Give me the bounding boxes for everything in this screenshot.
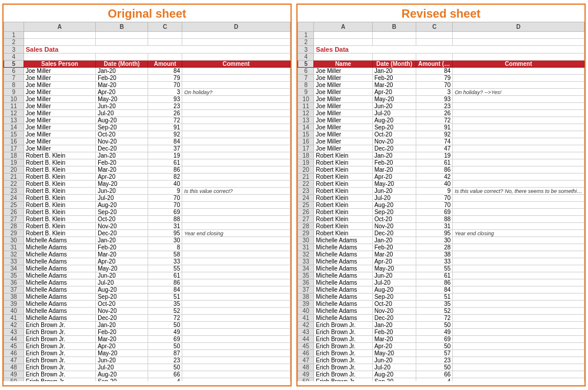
cell-amount: 50: [416, 343, 453, 350]
row-num: 38: [4, 294, 24, 301]
cell-date: Nov-20: [96, 223, 148, 230]
cell-date: Nov-20: [372, 308, 416, 315]
cell-amount: 31: [148, 223, 182, 230]
cell-comment: [182, 202, 290, 209]
cell-date: Jul-20: [96, 279, 148, 286]
cell-date: Jun-20: [96, 103, 148, 110]
row-num: 36: [4, 279, 24, 286]
col-d-header: D: [182, 22, 290, 32]
header-col-d: Comment: [182, 61, 290, 68]
row-num: 12: [298, 110, 314, 117]
cell-amount: 91: [148, 124, 182, 131]
cell-comment: [453, 223, 584, 230]
row-num: 50: [4, 378, 24, 382]
cell-amount: 79: [148, 75, 182, 82]
cell-name: Joe Miller: [314, 96, 372, 103]
cell-name: Erich Brown Jr.: [314, 329, 372, 336]
cell-amount: 88: [416, 216, 453, 223]
cell-comment: [182, 209, 290, 216]
revised-sheet-title: Revised sheet: [298, 5, 584, 22]
cell-name: Erich Brown Jr.: [314, 322, 372, 329]
row-num: 30: [298, 237, 314, 244]
cell-amount: 52: [416, 308, 453, 315]
cell-name: Joe Miller: [24, 110, 96, 117]
cell-date: Jun-20: [96, 272, 148, 279]
row-num: 36: [298, 279, 314, 286]
cell-date: Nov-20: [96, 308, 148, 315]
cell-comment: [453, 265, 584, 272]
cell-comment: [182, 336, 290, 343]
cell-comment: [453, 103, 584, 110]
cell-name: Joe Miller: [24, 89, 96, 96]
cell-date: Oct-20: [96, 216, 148, 223]
cell-comment: [182, 174, 290, 181]
cell-amount: 23: [416, 357, 453, 364]
cell-name: Robert B. Klein: [24, 230, 96, 237]
row-num: 14: [4, 124, 24, 131]
cell-date: Aug-20: [96, 202, 148, 209]
cell-date: Oct-20: [96, 131, 148, 138]
cell-name: Erich Brown Jr.: [314, 364, 372, 371]
row-num: 49: [4, 371, 24, 378]
cell-date: May-20: [96, 350, 148, 357]
cell-name: Michelle Adams: [314, 315, 372, 322]
header-col-a: Name: [314, 61, 372, 68]
cell-name: Michelle Adams: [24, 272, 96, 279]
cell-amount: 33: [148, 258, 182, 265]
cell-amount: 52: [148, 308, 182, 315]
cell-amount: 51: [416, 294, 453, 301]
row-num: 19: [298, 159, 314, 166]
row-num: 32: [4, 251, 24, 258]
cell-date: Jun-20: [372, 188, 416, 195]
cell-amount: 3: [148, 89, 182, 96]
cell-amount: 42: [416, 174, 453, 181]
cell-name: Robert B. Klein: [24, 188, 96, 195]
cell-name: Michelle Adams: [24, 279, 96, 286]
row-num: 4: [4, 54, 24, 61]
row-num: 25: [298, 202, 314, 209]
cell-comment: [453, 110, 584, 117]
cell-date: Mar-20: [96, 166, 148, 174]
cell-comment: [453, 244, 584, 251]
cell-amount: 69: [416, 209, 453, 216]
cell-amount: 74: [416, 138, 453, 145]
cell-date: Jun-20: [96, 357, 148, 364]
cell-name: Joe Miller: [24, 124, 96, 131]
cell-comment: [453, 216, 584, 223]
row-num: 22: [298, 181, 314, 188]
cell-name: Erich Brown Jr.: [314, 357, 372, 364]
row-num: 22: [4, 181, 24, 188]
cell-date: Oct-20: [372, 131, 416, 138]
cell-amount: 70: [416, 202, 453, 209]
cell-name: Erich Brown Jr.: [24, 364, 96, 371]
cell-amount: 82: [148, 174, 182, 181]
col-c2-header: C: [416, 22, 453, 32]
cell-comment: [182, 82, 290, 89]
row-num: 45: [298, 343, 314, 350]
cell-name: Robert Klein: [314, 230, 372, 237]
cell-date: Aug-20: [372, 286, 416, 294]
cell-date: Jan-20: [372, 68, 416, 75]
cell-amount: 33: [416, 258, 453, 265]
cell-comment: [453, 237, 584, 244]
cell-comment: [453, 371, 584, 378]
row-num: 11: [298, 103, 314, 110]
cell-name: Robert B. Klein: [24, 209, 96, 216]
row-num: 3: [4, 46, 24, 54]
cell-comment: [182, 216, 290, 223]
col-b2-header: B: [372, 22, 416, 32]
cell-comment: Is this value correct?: [182, 188, 290, 195]
cell-date: Aug-20: [96, 286, 148, 294]
cell-comment: [453, 315, 584, 322]
cell-amount: 8: [148, 244, 182, 251]
row-num: 35: [298, 272, 314, 279]
cell-name: Robert Klein: [314, 181, 372, 188]
cell-comment: [182, 322, 290, 329]
row-num: 3: [298, 46, 314, 54]
cell-name: Robert B. Klein: [24, 223, 96, 230]
row-num: 13: [4, 117, 24, 124]
cell-date: Jul-20: [372, 195, 416, 202]
cell-comment: [453, 258, 584, 265]
cell-comment: [182, 350, 290, 357]
cell-amount: 86: [416, 166, 453, 174]
